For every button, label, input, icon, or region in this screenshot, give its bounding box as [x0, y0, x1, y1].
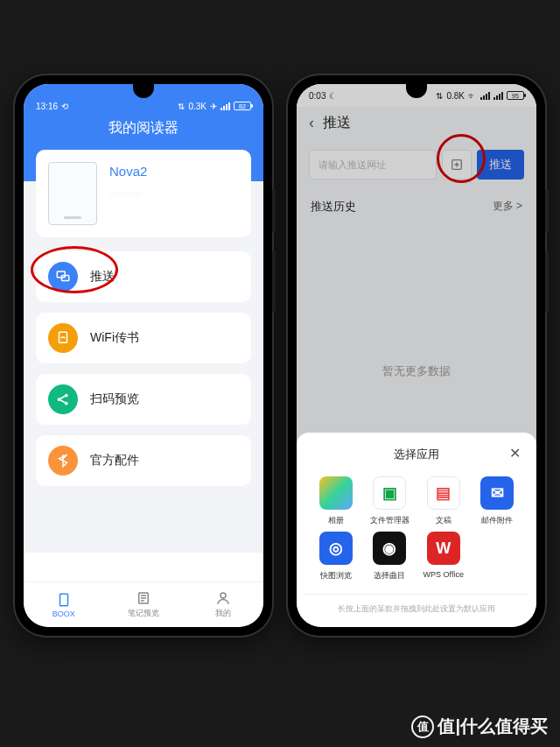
app-browser[interactable]: ◎快图浏览 — [309, 532, 363, 581]
page-title: 我的阅读器 — [24, 119, 263, 137]
tab-boox[interactable]: BOOX — [24, 582, 103, 627]
app-label: 文稿 — [436, 515, 452, 526]
app-label: 文件管理器 — [370, 515, 410, 526]
docs-icon: ▤ — [427, 476, 460, 510]
browser-icon: ◎ — [319, 532, 353, 565]
device-card[interactable]: Nova2 ··· ··· ··· — [36, 150, 251, 237]
share-icon — [48, 384, 78, 414]
app-tracks[interactable]: ◉选择曲目 — [363, 532, 417, 581]
bluetooth-icon — [48, 446, 78, 476]
menu-list: 推送 WiFi传书 扫码预览 — [36, 251, 251, 486]
tab-notes[interactable]: 笔记预览 — [103, 582, 183, 627]
status-time: 13:16 — [36, 102, 58, 111]
menu-scan[interactable]: 扫码预览 — [36, 374, 251, 425]
svg-rect-6 — [60, 594, 67, 606]
tracks-icon: ◉ — [373, 532, 406, 565]
app-docs[interactable]: ▤文稿 — [416, 476, 471, 526]
wifi-icon — [48, 323, 78, 353]
close-icon[interactable]: ✕ — [509, 445, 521, 462]
menu-label: 扫码预览 — [90, 391, 139, 407]
menu-official[interactable]: 官方配件 — [36, 435, 251, 486]
files-icon: ▣ — [373, 476, 406, 510]
mail-icon: ✉ — [480, 476, 514, 510]
phone-left: 13:16⟲ ⇅0.3K ✈ 82 我的阅读器 Nova2 ··· ··· ··… — [15, 75, 272, 636]
app-label: WPS Office — [424, 570, 464, 579]
sheet-title: 选择应用 — [394, 447, 439, 462]
app-files[interactable]: ▣文件管理器 — [363, 476, 417, 526]
svg-point-8 — [220, 593, 226, 598]
tab-bar: BOOX 笔记预览 我的 — [24, 581, 263, 627]
app-label: 相册 — [328, 515, 344, 526]
menu-label: 官方配件 — [90, 453, 139, 469]
device-name: Nova2 — [109, 164, 147, 179]
app-label: 选择曲目 — [374, 570, 405, 581]
device-sub: ··· ··· ··· — [109, 187, 147, 200]
menu-push[interactable]: 推送 — [36, 251, 251, 302]
app-gallery[interactable]: 相册 — [309, 476, 363, 526]
device-thumb — [48, 162, 97, 225]
watermark: 值值|什么值得买 — [411, 715, 548, 738]
status-net: 0.3K — [188, 102, 206, 111]
tab-mine[interactable]: 我的 — [184, 582, 263, 627]
app-wps[interactable]: WWPS Office — [416, 532, 471, 581]
app-mail[interactable]: ✉邮件附件 — [471, 476, 525, 526]
menu-label: WiFi传书 — [90, 330, 139, 346]
app-picker-sheet: 选择应用 ✕ 相册▣文件管理器▤文稿✉邮件附件◎快图浏览◉选择曲目WWPS Of… — [297, 433, 536, 627]
wps-icon: W — [427, 532, 460, 565]
push-icon — [48, 262, 78, 292]
battery-icon: 82 — [234, 102, 251, 110]
sheet-footer: 长按上面的某款并拖拽到此处设置为默认应用 — [304, 594, 529, 620]
menu-wifi[interactable]: WiFi传书 — [36, 313, 251, 363]
phone-right: 0:03☾ ⇅0.8K ᯤ 95 ‹ 推送 请输入推送网址 推送 — [288, 75, 545, 636]
app-label: 邮件附件 — [481, 515, 513, 526]
app-label: 快图浏览 — [320, 570, 352, 581]
menu-label: 推送 — [90, 269, 115, 285]
gallery-icon — [319, 476, 353, 510]
